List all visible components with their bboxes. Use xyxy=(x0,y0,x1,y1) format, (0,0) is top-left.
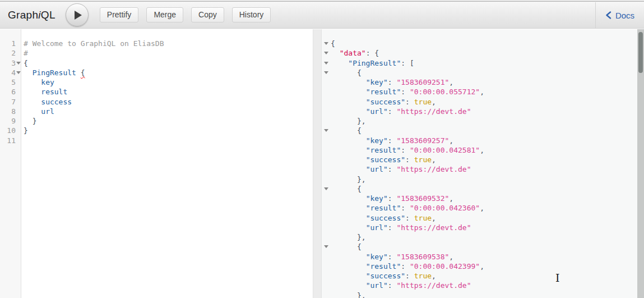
result-scrollbar-track[interactable] xyxy=(637,29,644,298)
code-line: 6 result xyxy=(0,87,313,97)
code-text: { xyxy=(331,126,362,135)
line-number: 1 xyxy=(0,39,16,48)
code-text: "url": "https://devt.de" xyxy=(331,281,471,290)
line-number: 2 xyxy=(0,48,16,58)
line-number: 7 xyxy=(0,97,16,107)
fold-gutter-cell xyxy=(322,232,331,242)
code-text: }, xyxy=(331,232,366,242)
code-line: "url": "https://devt.de" xyxy=(322,164,644,174)
code-text: # xyxy=(21,48,28,58)
code-line: 10} xyxy=(0,126,313,135)
result-scrollbar-thumb[interactable] xyxy=(638,32,643,73)
fold-gutter-cell xyxy=(322,107,331,116)
code-line: "success": true, xyxy=(322,213,644,223)
toolbar-buttons: Prettify Merge Copy History xyxy=(100,7,271,22)
code-line: "success": true, xyxy=(322,97,644,107)
fold-arrow-icon[interactable] xyxy=(322,126,331,135)
graphiql-app: GraphiQL Prettify Merge Copy History Doc… xyxy=(0,0,644,298)
code-line: }, xyxy=(322,291,644,298)
fold-gutter-cell xyxy=(322,262,331,271)
history-button[interactable]: History xyxy=(232,7,271,22)
fold-gutter-cell xyxy=(322,281,331,290)
merge-button[interactable]: Merge xyxy=(146,7,183,22)
code-text: "result": "0:00:00.042399", xyxy=(331,262,484,271)
code-line: 1# Welcome to GraphiQL on EliasDB xyxy=(0,39,313,48)
code-text: key xyxy=(21,77,54,87)
code-line: "result": "0:00:00.042399", xyxy=(322,262,644,271)
code-line: { xyxy=(322,184,644,194)
line-number: 5 xyxy=(0,77,16,87)
line-number: 9 xyxy=(0,116,16,126)
code-text: "key": "1583609257", xyxy=(331,136,453,145)
code-line: "success": true, xyxy=(322,155,644,164)
fold-gutter-cell xyxy=(322,223,331,232)
result-lines: { "data": { "PingResult": [ { "key": "15… xyxy=(322,39,644,298)
fold-gutter-cell xyxy=(322,175,331,184)
fold-gutter-cell xyxy=(322,116,331,126)
code-line: 3{ xyxy=(0,58,313,68)
copy-button[interactable]: Copy xyxy=(191,7,224,22)
code-text: "success": true, xyxy=(331,97,436,107)
code-text: "url": "https://devt.de" xyxy=(331,107,471,116)
fold-gutter-cell xyxy=(322,155,331,164)
code-text: } xyxy=(21,126,28,135)
fold-arrow-icon[interactable] xyxy=(16,68,21,77)
code-line: "result": "0:00:00.042581", xyxy=(322,145,644,155)
fold-arrow-icon[interactable] xyxy=(322,184,331,194)
result-viewer[interactable]: { "data": { "PingResult": [ { "key": "15… xyxy=(322,29,644,298)
code-line: 5 key xyxy=(0,77,313,87)
chevron-left-icon xyxy=(605,11,611,19)
code-text: "key": "1583609538", xyxy=(331,252,453,262)
code-text: "data": { xyxy=(331,48,379,58)
code-line: 8 url xyxy=(0,107,313,116)
code-line: "url": "https://devt.de" xyxy=(322,223,644,232)
code-line: "result": "0:00:00.042360", xyxy=(322,203,644,213)
code-text: }, xyxy=(331,116,366,126)
code-text: { xyxy=(331,242,362,251)
code-text: success xyxy=(21,97,72,107)
code-line: "data": { xyxy=(322,48,644,58)
code-line: 7 success xyxy=(0,97,313,107)
fold-arrow-icon[interactable] xyxy=(16,58,21,68)
execute-query-button[interactable] xyxy=(66,3,89,26)
code-line: "url": "https://devt.de" xyxy=(322,281,644,290)
editor-split: 1# Welcome to GraphiQL on EliasDB2#3{4 P… xyxy=(0,29,644,298)
code-text: url xyxy=(21,107,54,116)
code-line: 11 xyxy=(0,136,313,145)
docs-button[interactable]: Docs xyxy=(595,2,644,28)
code-line: }, xyxy=(322,175,644,184)
fold-arrow-icon[interactable] xyxy=(322,242,331,251)
code-line: }, xyxy=(322,116,644,126)
fold-gutter-cell xyxy=(16,97,21,107)
code-line: { xyxy=(322,242,644,251)
fold-gutter-cell xyxy=(16,136,21,145)
code-text: "key": "1583609251", xyxy=(331,77,453,87)
code-text: { xyxy=(21,58,28,68)
fold-gutter-cell xyxy=(322,213,331,223)
code-text xyxy=(21,136,24,145)
code-text: "success": true, xyxy=(331,213,436,223)
code-text: PingResult { xyxy=(21,68,85,77)
app-title-part3: QL xyxy=(41,9,55,21)
fold-gutter-cell xyxy=(16,116,21,126)
fold-arrow-icon[interactable] xyxy=(322,39,331,48)
code-line: "success": true, xyxy=(322,271,644,281)
pane-resize-divider[interactable] xyxy=(313,29,322,298)
fold-arrow-icon[interactable] xyxy=(322,48,331,58)
docs-button-label: Docs xyxy=(615,11,634,20)
fold-gutter-cell xyxy=(16,87,21,97)
code-text: { xyxy=(331,68,362,77)
code-text: "key": "1583609532", xyxy=(331,194,453,203)
code-text: }, xyxy=(331,175,366,184)
fold-arrow-icon[interactable] xyxy=(322,58,331,68)
code-text: } xyxy=(21,116,36,126)
code-line: "result": "0:00:00.055712", xyxy=(322,87,644,97)
code-text: { xyxy=(331,39,335,48)
prettify-button[interactable]: Prettify xyxy=(100,7,139,22)
query-editor[interactable]: 1# Welcome to GraphiQL on EliasDB2#3{4 P… xyxy=(0,29,313,298)
fold-gutter-cell xyxy=(322,271,331,281)
fold-gutter-cell xyxy=(16,126,21,135)
app-title-part1: Graph xyxy=(8,9,38,21)
fold-arrow-icon[interactable] xyxy=(322,68,331,77)
code-line: 2# xyxy=(0,48,313,58)
